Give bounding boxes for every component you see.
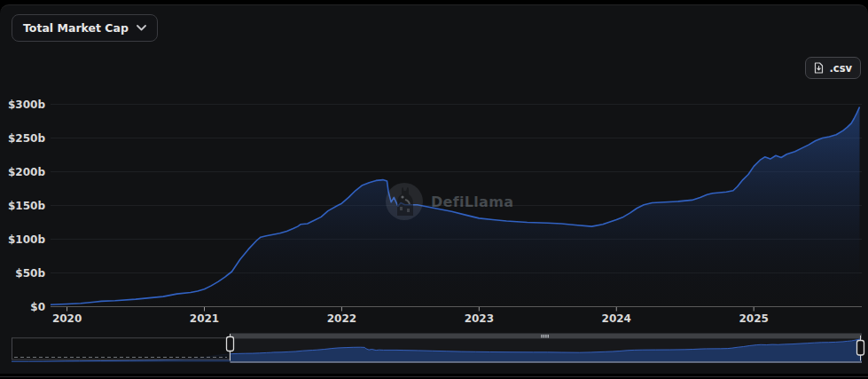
file-download-icon <box>814 62 824 74</box>
chevron-down-icon <box>137 25 146 31</box>
svg-text:2021: 2021 <box>190 312 219 325</box>
svg-text:$250b: $250b <box>8 132 45 145</box>
svg-text:2022: 2022 <box>327 312 356 325</box>
market-cap-area <box>51 107 860 307</box>
csv-button-label: .csv <box>829 62 852 75</box>
x-axis-ticks <box>67 307 755 312</box>
timeline-brush[interactable] <box>12 334 864 363</box>
x-axis-labels: 202020212022202320242025 <box>52 312 769 325</box>
svg-text:2024: 2024 <box>602 312 631 325</box>
metric-selector-label: Total Market Cap <box>23 21 129 35</box>
svg-text:$50b: $50b <box>15 267 45 280</box>
svg-text:$300b: $300b <box>8 99 45 111</box>
metric-selector-button[interactable]: Total Market Cap <box>12 14 158 42</box>
download-csv-button[interactable]: .csv <box>805 57 861 79</box>
svg-text:2020: 2020 <box>52 312 82 325</box>
brush-unselected-region[interactable] <box>12 338 231 359</box>
svg-text:$200b: $200b <box>8 166 45 178</box>
market-cap-chart[interactable]: $0$50b$100b$150b$200b$250b$300b 20202021… <box>0 0 868 379</box>
y-axis-labels: $0$50b$100b$150b$200b$250b$300b <box>8 99 45 313</box>
svg-text:$100b: $100b <box>8 233 45 246</box>
svg-text:2025: 2025 <box>739 312 768 325</box>
svg-text:2023: 2023 <box>465 312 494 325</box>
svg-text:$150b: $150b <box>8 200 45 212</box>
svg-text:$0: $0 <box>30 301 45 313</box>
